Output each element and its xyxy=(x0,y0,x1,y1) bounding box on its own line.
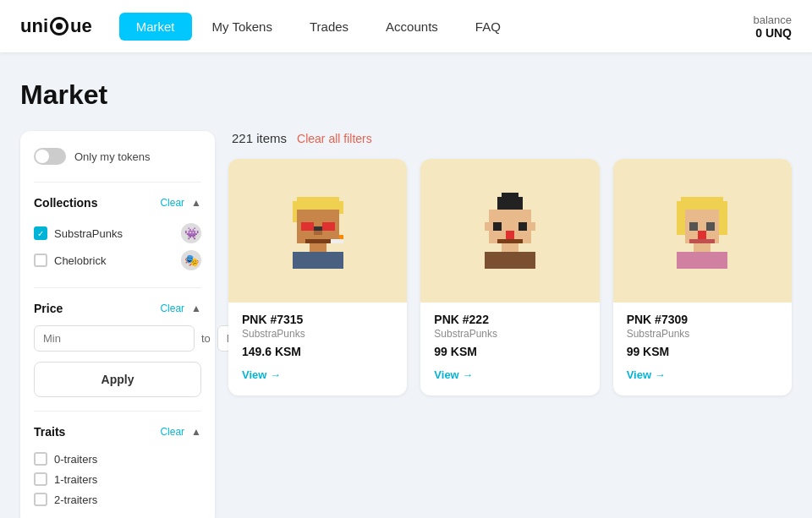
collection-substrapunks: SubstraPunks 👾 xyxy=(34,220,201,247)
card-image-0 xyxy=(228,159,407,303)
nav-my-tokens[interactable]: My Tokens xyxy=(195,13,289,41)
collections-title: Collections xyxy=(34,196,97,210)
price-to-label: to xyxy=(201,332,211,345)
chelobrick-checkbox[interactable] xyxy=(34,254,47,267)
svg-rect-5 xyxy=(322,222,335,231)
trait-0-checkbox[interactable] xyxy=(34,452,47,466)
trait-1-checkbox[interactable] xyxy=(34,472,47,486)
card-info-2: PNK #7309 SubstraPunks 99 KSM View xyxy=(613,303,792,382)
sidebar: Only my tokens Collections Clear ▲ Subst… xyxy=(20,131,215,518)
divider-2 xyxy=(34,287,201,288)
card-price-2: 99 KSM xyxy=(627,345,778,358)
content-layout: Only my tokens Collections Clear ▲ Subst… xyxy=(20,131,792,518)
substrapunks-checkbox[interactable] xyxy=(34,226,47,240)
svg-rect-28 xyxy=(681,210,685,235)
card-info-1: PNK #222 SubstraPunks 99 KSM View xyxy=(420,303,599,382)
token-card-0: PNK #7315 SubstraPunks 149.6 KSM View xyxy=(228,159,407,395)
price-header: Price Clear ▲ xyxy=(34,302,201,315)
card-name-2: PNK #7309 xyxy=(627,313,778,326)
nav-trades[interactable]: Trades xyxy=(293,13,365,41)
token-card-1: PNK #222 SubstraPunks 99 KSM View xyxy=(420,159,599,395)
nav-accounts[interactable]: Accounts xyxy=(369,13,455,41)
trait-0-label: 0-traiters xyxy=(54,453,201,466)
svg-rect-21 xyxy=(485,222,489,231)
results-count: 221 items xyxy=(232,131,287,145)
nav: Market My Tokens Trades Accounts FAQ xyxy=(119,13,754,41)
svg-rect-11 xyxy=(339,235,343,239)
card-price-1: 99 KSM xyxy=(434,345,585,358)
svg-rect-9 xyxy=(310,243,326,252)
svg-rect-31 xyxy=(706,222,715,231)
svg-rect-20 xyxy=(497,239,523,243)
svg-rect-30 xyxy=(689,222,698,231)
traits-title: Traits xyxy=(34,425,65,439)
card-info-0: PNK #7315 SubstraPunks 149.6 KSM View xyxy=(228,303,407,382)
trait-0-traiters: 0-traiters xyxy=(34,449,201,469)
chelobrick-label: Chelobrick xyxy=(54,254,174,267)
token-card-2: PNK #7309 SubstraPunks 99 KSM View xyxy=(613,159,792,395)
trait-2-checkbox[interactable] xyxy=(34,493,47,506)
traits-clear-button[interactable]: Clear xyxy=(160,426,184,438)
card-name-0: PNK #7315 xyxy=(242,313,393,326)
card-view-button-2[interactable]: View xyxy=(627,368,666,381)
trait-1-label: 1-traiters xyxy=(54,473,201,486)
svg-rect-32 xyxy=(698,231,706,239)
apply-button[interactable]: Apply xyxy=(34,362,201,397)
punk2-avatar xyxy=(472,193,548,269)
divider-1 xyxy=(34,182,201,183)
collection-chelobrick: Chelobrick 🎭 xyxy=(34,247,201,274)
balance-area: balance 0 UNQ xyxy=(753,14,792,40)
svg-rect-18 xyxy=(518,222,527,231)
clear-all-filters-button[interactable]: Clear all filters xyxy=(297,132,372,145)
price-min-input[interactable] xyxy=(34,325,195,352)
svg-rect-27 xyxy=(719,201,727,235)
trait-1-traiters: 1-traiters xyxy=(34,469,201,489)
price-inputs: to xyxy=(34,325,201,352)
chelobrick-icon: 🎭 xyxy=(181,250,201,270)
svg-rect-23 xyxy=(502,243,518,252)
page-container: Market Only my tokens Collections Clear … xyxy=(0,52,812,518)
price-chevron-icon[interactable]: ▲ xyxy=(191,303,201,314)
collections-header: Collections Clear ▲ xyxy=(34,196,201,210)
svg-rect-25 xyxy=(681,197,723,210)
balance-label: balance xyxy=(753,14,792,26)
svg-rect-17 xyxy=(493,222,502,231)
traits-chevron-icon[interactable]: ▲ xyxy=(191,426,201,438)
logo: uniue xyxy=(20,15,92,37)
svg-rect-33 xyxy=(689,239,715,243)
svg-rect-35 xyxy=(677,252,727,269)
punk1-avatar xyxy=(280,193,356,269)
card-view-button-0[interactable]: View xyxy=(242,368,281,381)
card-view-button-1[interactable]: View xyxy=(434,368,473,381)
svg-rect-7 xyxy=(314,231,322,235)
card-price-0: 149.6 KSM xyxy=(242,345,393,358)
card-image-1 xyxy=(420,159,599,303)
traits-actions: Clear ▲ xyxy=(160,426,201,438)
substrapunks-icon: 👾 xyxy=(181,223,201,243)
price-title: Price xyxy=(34,302,63,315)
toggle-row: Only my tokens xyxy=(34,148,201,165)
page-title: Market xyxy=(20,79,792,111)
collections-clear-button[interactable]: Clear xyxy=(160,197,184,209)
divider-3 xyxy=(34,411,201,412)
svg-rect-4 xyxy=(301,222,314,231)
svg-rect-10 xyxy=(331,239,343,243)
only-my-tokens-toggle[interactable] xyxy=(34,148,66,165)
price-actions: Clear ▲ xyxy=(160,303,201,314)
nav-market[interactable]: Market xyxy=(119,13,192,41)
trait-2-traiters: 2-traiters xyxy=(34,489,201,510)
punk3-avatar xyxy=(664,193,740,269)
card-collection-0: SubstraPunks xyxy=(242,328,393,340)
collections-chevron-icon[interactable]: ▲ xyxy=(191,197,201,209)
trait-2-label: 2-traiters xyxy=(54,493,201,506)
svg-rect-8 xyxy=(305,239,331,243)
card-collection-1: SubstraPunks xyxy=(434,328,585,340)
card-image-2 xyxy=(613,159,792,303)
logo-circle xyxy=(50,17,69,35)
nav-faq[interactable]: FAQ xyxy=(458,13,518,41)
collections-actions: Clear ▲ xyxy=(160,197,201,209)
price-clear-button[interactable]: Clear xyxy=(160,303,184,314)
svg-rect-12 xyxy=(293,252,343,269)
cards-grid: PNK #7315 SubstraPunks 149.6 KSM View xyxy=(228,159,792,395)
svg-rect-0 xyxy=(297,197,339,210)
